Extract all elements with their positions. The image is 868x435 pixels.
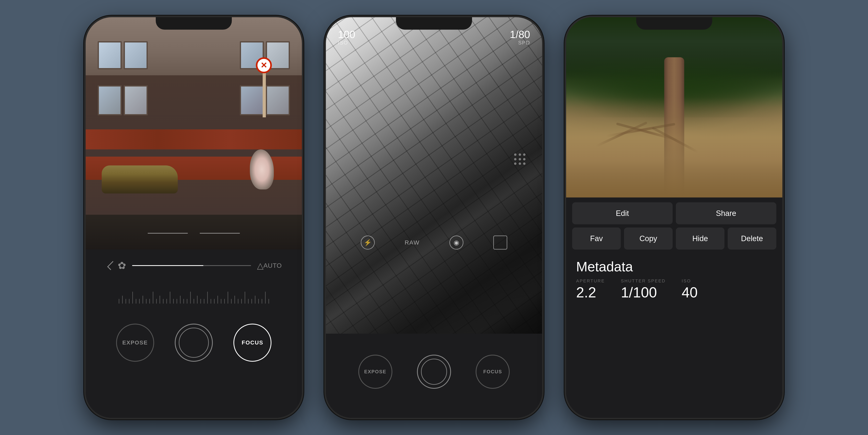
phone-2: 100 ISO 1/80 SPD ⚡ RAW ◉ <box>326 17 542 418</box>
phone-2-screen: 100 ISO 1/80 SPD ⚡ RAW ◉ <box>326 17 542 418</box>
window-pane <box>124 41 148 69</box>
shutter-field-value: 1/100 <box>621 285 665 300</box>
lower-window-group-left <box>98 85 148 115</box>
expose-button-2[interactable]: EXPOSE <box>358 355 392 389</box>
dial-tick <box>159 296 160 303</box>
phone-1-controls: ✿ △ AUTO <box>86 250 302 418</box>
dial-tick <box>238 299 239 303</box>
focus-label: FOCUS <box>242 340 263 346</box>
focus-dial[interactable] <box>98 280 290 316</box>
dots-icon-btn[interactable] <box>514 153 526 166</box>
focus-line-right <box>200 233 240 234</box>
dot <box>519 163 521 165</box>
phone-3-content: Edit Share Fav Copy Hide <box>566 17 782 418</box>
phone-3-notch <box>636 17 712 30</box>
delete-button[interactable]: Delete <box>728 228 776 250</box>
aperture-field: APERTURE 2.2 <box>576 279 605 300</box>
expose-button[interactable]: EXPOSE <box>116 324 154 362</box>
phone-3-photo <box>566 17 782 198</box>
focus-slider-container: ✿ △ <box>118 260 264 271</box>
phone-1-photo: ✕ <box>86 17 302 250</box>
iso-field-value: 40 <box>682 285 698 300</box>
dial-ticks <box>119 292 269 303</box>
chevron-left-icon <box>107 261 116 270</box>
shutter-button[interactable] <box>175 324 213 362</box>
shutter-button-2[interactable] <box>417 355 451 389</box>
raw-label[interactable]: RAW <box>405 239 420 246</box>
dial-tick <box>245 292 245 303</box>
dial-tick <box>146 299 147 303</box>
window-pane <box>266 85 290 115</box>
dial-tick <box>156 299 157 303</box>
iso-value: 100 <box>338 29 355 40</box>
dial-tick <box>207 292 208 303</box>
iso-stat: 100 ISO <box>338 29 355 46</box>
dial-tick <box>177 299 177 303</box>
dot <box>519 158 521 161</box>
share-label: Share <box>716 209 736 218</box>
dial-tick <box>149 299 150 303</box>
dot <box>523 153 526 156</box>
dial-tick <box>125 299 126 303</box>
square-mode-btn[interactable] <box>493 235 507 250</box>
copy-button[interactable]: Copy <box>624 228 673 250</box>
focus-nav-row: ✿ △ AUTO <box>98 256 290 276</box>
expose-label-2: EXPOSE <box>364 369 386 375</box>
dial-tick <box>143 296 143 303</box>
metadata-section: Metadata APERTURE 2.2 SHUTTER SPEED 1/10… <box>566 253 782 308</box>
shutter-inner-circle <box>179 328 209 358</box>
dot <box>514 163 517 165</box>
macro-icon: ✿ <box>118 260 126 271</box>
focus-button-2[interactable]: FOCUS <box>476 355 510 389</box>
iso-label: ISO <box>338 40 355 46</box>
dial-tick <box>248 299 249 303</box>
focus-label-2: FOCUS <box>483 369 502 375</box>
edit-label: Edit <box>616 209 629 218</box>
mountain-icon: △ <box>257 261 264 270</box>
dial-tick <box>214 299 215 303</box>
phone-3-screen: Edit Share Fav Copy Hide <box>566 17 782 418</box>
focus-button[interactable]: FOCUS <box>234 324 272 362</box>
dial-tick <box>204 299 205 303</box>
back-button[interactable] <box>106 260 118 271</box>
window-spacer <box>156 41 232 69</box>
phone-2-notch <box>396 17 472 30</box>
dial-tick <box>119 299 119 303</box>
circle-mode-btn[interactable]: ◉ <box>450 235 463 250</box>
hide-button[interactable]: Hide <box>676 228 724 250</box>
dial-tick <box>217 296 218 303</box>
dial-tick <box>235 296 235 303</box>
dot <box>514 153 517 156</box>
dial-tick <box>122 296 123 303</box>
phone-1-notch <box>156 17 232 30</box>
window-spacer <box>156 85 232 115</box>
dial-tick <box>139 299 140 303</box>
window-pane <box>240 85 264 115</box>
flowers <box>250 149 274 190</box>
dial-tick <box>163 299 163 303</box>
dial-tick <box>129 299 129 303</box>
lower-windows <box>98 85 290 115</box>
dial-tick <box>153 292 153 303</box>
dial-tick <box>173 299 174 303</box>
flash-icon-btn[interactable]: ⚡ <box>361 235 375 250</box>
focus-slider-track[interactable] <box>132 265 251 266</box>
dot <box>519 153 521 156</box>
fav-button[interactable]: Fav <box>572 228 621 250</box>
dial-tick <box>136 299 136 303</box>
shutter-inner-2 <box>421 359 447 385</box>
edit-button[interactable]: Edit <box>572 202 673 224</box>
share-button[interactable]: Share <box>676 202 776 224</box>
phone-2-mode-buttons: EXPOSE FOCUS <box>338 351 530 393</box>
roots-background <box>566 97 782 198</box>
circle-icon: ◉ <box>454 239 459 246</box>
brick-band <box>86 129 302 149</box>
metadata-fields: APERTURE 2.2 SHUTTER SPEED 1/100 ISO 40 <box>576 279 772 300</box>
dial-tick <box>224 299 225 303</box>
aperture-field-label: APERTURE <box>576 279 605 284</box>
action-buttons-container: Edit Share Fav Copy Hide <box>566 198 782 253</box>
dial-tick <box>269 299 269 303</box>
shutter-field-label: SHUTTER SPEED <box>621 279 665 284</box>
fav-label: Fav <box>590 234 603 243</box>
phone-3: Edit Share Fav Copy Hide <box>566 17 782 418</box>
